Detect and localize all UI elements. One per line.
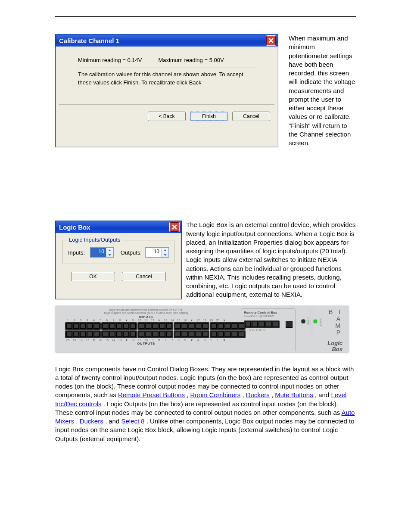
hw-output-numbers: 20191817▼16151413▼1211109▼8765▼4321▼ [65, 339, 227, 342]
logicbox-titlebar[interactable]: Logic Box [56, 221, 181, 233]
logicbox-title: Logic Box [59, 224, 90, 231]
close-icon[interactable] [266, 35, 276, 46]
power-led-col: power [312, 308, 323, 334]
inputs-value[interactable]: 10 [90, 248, 106, 257]
page-top-rule [55, 16, 356, 17]
hw-input-numbers: 1234▼5678▼9101112▼13141516▼17181920▼ [65, 319, 227, 322]
cancel-button[interactable]: Cancel [232, 112, 270, 121]
outputs-value[interactable]: 10 [146, 248, 161, 257]
inputs-label: Inputs: [68, 249, 87, 256]
hw-input-terminals [65, 322, 227, 330]
hw-outputs-label: OUTPUTS [65, 342, 227, 345]
status-led-col: status [300, 308, 311, 334]
hw-inputs-label: INPUTS [65, 315, 227, 319]
inputs-spinner[interactable]: 10 [90, 247, 114, 258]
max-reading: Maximum reading = 5.00V [159, 57, 224, 63]
brand-biamp: B I A M P [327, 308, 342, 336]
status-led-icon [301, 319, 305, 324]
outputs-label: Outputs: [121, 249, 142, 256]
brand-box: Box [332, 346, 342, 352]
finish-button[interactable]: Finish [190, 112, 228, 121]
spin-up-icon[interactable] [162, 248, 168, 252]
rcb-title: Remote Control Bus [244, 311, 293, 314]
hw-note-2: logic outputs are open-collector (40V / … [65, 311, 227, 315]
link-duckers-2[interactable]: Duckers [80, 417, 103, 425]
hardware-panel: logic inputs are activated via contact-c… [55, 305, 349, 352]
calibrate-dialog: Calibrate Channel 1 Minimum reading = 0.… [55, 34, 278, 147]
calibrate-instruction: The calibration values for this channel … [78, 68, 255, 104]
rcb-terminals [244, 320, 280, 328]
hw-output-terminals [65, 330, 227, 338]
brand-logic: Logic [327, 340, 342, 346]
ok-button[interactable]: OK [71, 272, 115, 281]
spin-down-icon[interactable] [162, 252, 168, 257]
hw-note-1: logic inputs are activated via contact-c… [65, 308, 227, 312]
link-room-combiners[interactable]: Room Combiners [190, 391, 241, 398]
term-switch [286, 321, 293, 328]
logicbox-dialog: Logic Box Logic Inputs/Outputs Inputs: 1… [55, 221, 182, 299]
min-reading: Minimum reading = 0.14V [78, 57, 142, 63]
close-icon[interactable] [169, 222, 180, 232]
cancel-button[interactable]: Cancel [122, 272, 166, 281]
spin-down-icon[interactable] [106, 252, 113, 257]
paragraph-calibrate: When maximum and minimum potentiometer s… [289, 34, 356, 147]
link-select-8[interactable]: Select 8 [121, 417, 144, 425]
link-remote-preset-buttons[interactable]: Remote Preset Buttons [118, 391, 185, 398]
spin-up-icon[interactable] [106, 248, 113, 252]
groupbox-legend: Logic Inputs/Outputs [67, 236, 122, 243]
outputs-spinner[interactable]: 10 [145, 247, 169, 258]
logic-io-groupbox: Logic Inputs/Outputs Inputs: 10 Outputs: [62, 240, 174, 264]
calibrate-title: Calibrate Channel 1 [59, 37, 119, 44]
link-duckers[interactable]: Duckers [246, 391, 270, 398]
remote-control-bus: Remote Control Bus 12–24VDC @ 600mW + − … [241, 308, 296, 352]
power-led-icon [313, 319, 318, 324]
link-mute-buttons[interactable]: Mute Buttons [275, 391, 313, 398]
paragraph-details: Logic Box components have no Control Dia… [55, 365, 356, 443]
calibrate-titlebar[interactable]: Calibrate Channel 1 [56, 34, 278, 47]
rcb-sub: 12–24VDC @ 600mW [244, 314, 293, 317]
rcb-labels: + − hi lo ▼ term [244, 329, 293, 332]
back-button[interactable]: < Back [148, 112, 186, 121]
paragraph-logicbox: The Logic Box is an external control dev… [186, 221, 356, 299]
